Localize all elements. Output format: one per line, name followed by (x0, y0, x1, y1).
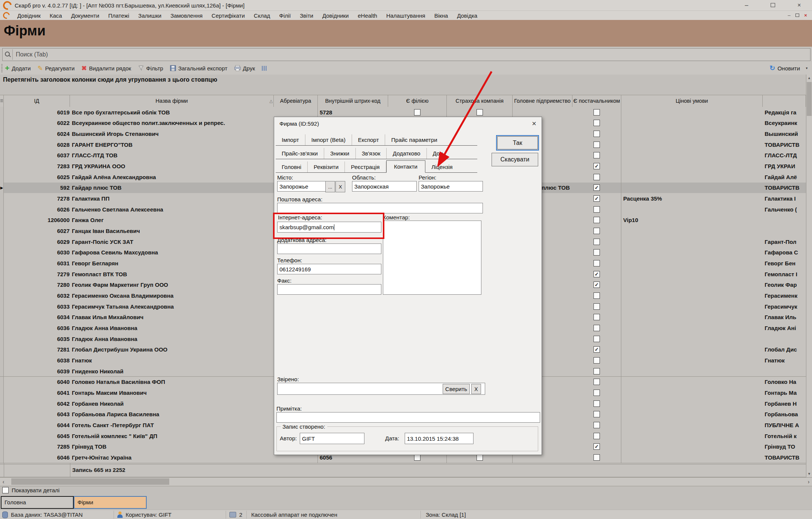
cell-name[interactable]: Главак Илья Михайлович (70, 312, 276, 323)
cell-name[interactable]: ГЛАСС-ЛТД ТОВ (70, 150, 276, 161)
insurance-checkbox[interactable] (477, 109, 483, 116)
supplier-checkbox[interactable] (593, 120, 600, 126)
city-lookup-button[interactable]: ... (325, 181, 335, 192)
cell-full[interactable]: ТОВАРИСТВ (763, 139, 808, 151)
menu-item-12[interactable]: Налаштування (382, 12, 430, 19)
cell-full[interactable]: Гладюк Ані (763, 323, 808, 334)
cell-price[interactable] (621, 204, 765, 215)
cell-full[interactable]: ПУБЛІЧНЕ А (763, 420, 808, 431)
cell-full[interactable]: Вышинский (763, 128, 808, 140)
author-field[interactable]: GIFT (300, 433, 364, 444)
cell-mark[interactable] (0, 150, 4, 161)
cell-mark[interactable] (0, 128, 4, 140)
supplier-checkbox[interactable] (593, 239, 600, 245)
grid-menu-icon[interactable] (0, 99, 3, 103)
cell-name[interactable]: Гниденко Николай (70, 366, 276, 377)
cell-price[interactable] (621, 280, 765, 291)
column-header-id[interactable]: ІД (4, 95, 70, 107)
supplier-checkbox[interactable]: ✓ (593, 163, 600, 169)
cell-cb3[interactable] (572, 107, 621, 118)
cell-price[interactable] (621, 312, 765, 323)
scroll-right-icon[interactable]: › (805, 478, 812, 486)
cell-mark[interactable] (0, 161, 4, 172)
tab-registration[interactable]: Реєстрація (345, 161, 386, 172)
cell-id[interactable]: 6034 (4, 312, 72, 323)
cell-name[interactable]: Горбанев Николай (70, 398, 276, 409)
cell-mark[interactable] (0, 269, 4, 280)
cell-cb3[interactable] (572, 323, 621, 334)
cell-name[interactable]: Все про бухгалтерський облік ТОВ (70, 107, 276, 118)
cell-id[interactable]: 6042 (4, 398, 72, 409)
cell-name[interactable]: Вышинский Игорь Степанович (70, 128, 276, 140)
cell-price[interactable] (621, 247, 765, 259)
filter-button[interactable]: Фільтр (138, 65, 163, 72)
edit-button[interactable]: ✎ Редагувати (38, 64, 75, 72)
cell-mark[interactable] (0, 377, 4, 388)
cell-full[interactable]: Глобал Дис (763, 344, 808, 356)
cell-name[interactable]: Герасименко Оксана Владимировна (70, 290, 276, 301)
tab-firms[interactable]: Фірми (74, 496, 147, 509)
cell-mark[interactable] (0, 172, 4, 183)
cell-id[interactable]: 6036 (4, 323, 72, 334)
column-header-bar[interactable]: Внутрішній штрих-код (318, 95, 388, 107)
cell-name[interactable]: Гладюк Анна Ивановна (70, 333, 276, 345)
cell-mark[interactable] (0, 398, 4, 409)
region-field[interactable]: Запорожье (419, 181, 483, 192)
fax-field[interactable] (277, 284, 381, 295)
vertical-scroll-thumb[interactable] (807, 82, 812, 116)
cell-id[interactable]: 6022 (4, 118, 72, 129)
tab-contacts[interactable]: Контакти (386, 160, 425, 173)
tab-add[interactable]: Дод. (427, 148, 451, 159)
column-header-head[interactable]: Головне підприемство (513, 95, 572, 107)
cell-name[interactable]: Горбаньова Лариса Василевна (70, 409, 276, 420)
cell-id[interactable]: 6029 (4, 236, 72, 248)
supplier-checkbox[interactable] (593, 411, 600, 417)
cell-id[interactable]: 6038 (4, 355, 72, 366)
cell-full[interactable]: Головко На (763, 377, 808, 388)
cell-full[interactable]: Всеукраинк (763, 118, 808, 129)
cell-id[interactable]: 6031 (4, 258, 72, 269)
cell-name[interactable]: Гемопласт ВТК ТОВ (70, 269, 276, 280)
cell-price[interactable] (621, 128, 765, 140)
cell-price[interactable]: Vip10 (621, 215, 765, 226)
supplier-checkbox[interactable]: ✓ (593, 443, 600, 450)
column-header-cb3[interactable]: Є постачальником (572, 95, 621, 107)
supplier-checkbox[interactable] (593, 303, 600, 310)
cell-mark[interactable] (0, 441, 4, 452)
cell-mark[interactable] (0, 139, 4, 151)
cell-price[interactable] (621, 161, 765, 172)
cell-price[interactable] (621, 236, 765, 248)
city-field[interactable]: Запорожье (277, 181, 327, 192)
cell-mark[interactable] (0, 355, 4, 366)
cell-name[interactable]: Ганжа Олег (70, 215, 276, 226)
cell-id[interactable]: 6040 (4, 377, 72, 388)
cell-name[interactable]: ГРД УКРАИНА ООО (70, 161, 276, 172)
table-row[interactable]: 6019Все про бухгалтерський облік ТОВ5728… (0, 107, 806, 118)
cell-full[interactable]: Грінвуд ТО (763, 441, 808, 452)
tab-price-params[interactable]: Прайс параметри (385, 134, 443, 145)
cell-name[interactable]: Гайдар плюс ТОВ (70, 183, 276, 194)
cell-price[interactable] (621, 323, 765, 334)
tab-import[interactable]: Імпорт (276, 134, 305, 145)
cell-name[interactable]: Готель Санкт -Петербург ПАТ (70, 420, 276, 431)
cell-cb3[interactable] (572, 128, 621, 140)
cell-full[interactable]: Гемопласт І (763, 269, 808, 280)
cell-full[interactable]: Горбаньова (763, 409, 808, 420)
export-button[interactable]: Загальний експорт (170, 65, 228, 72)
menu-item-10[interactable]: Довідники (318, 12, 353, 19)
add-button[interactable]: + Додати (5, 65, 31, 72)
horizontal-scroll-thumb[interactable] (11, 478, 169, 485)
cell-full[interactable]: Редакція га (763, 107, 808, 118)
cell-full[interactable]: Гальченко ( (763, 204, 808, 215)
cell-id[interactable]: 7278 (4, 193, 72, 204)
cell-name[interactable]: Галактика ПП (70, 193, 276, 204)
column-header-mark[interactable] (0, 95, 4, 107)
cell-id[interactable]: 6026 (4, 204, 72, 215)
column-header-abbr[interactable]: Абревіатура (274, 95, 318, 107)
cell-price[interactable] (621, 355, 765, 366)
cell-cb3[interactable] (572, 398, 621, 409)
cell-cb3[interactable] (572, 409, 621, 420)
supplier-checkbox[interactable] (593, 249, 600, 256)
tab-license[interactable]: Ліцензія (425, 161, 459, 172)
scroll-down-icon[interactable]: ▼ (806, 470, 812, 477)
